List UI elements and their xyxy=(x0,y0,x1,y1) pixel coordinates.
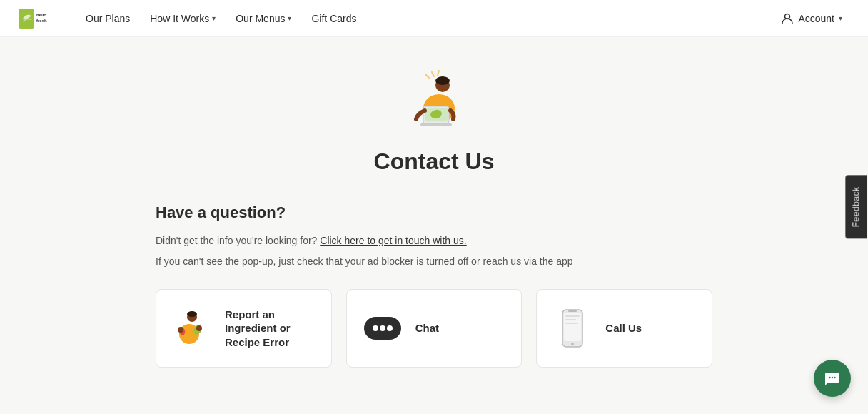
nav-our-plans[interactable]: Our Plans xyxy=(77,7,138,30)
nav-gift-cards-label: Gift Cards xyxy=(311,13,356,24)
svg-rect-14 xyxy=(420,123,452,126)
phone-icon xyxy=(551,307,594,350)
svg-point-26 xyxy=(387,325,393,331)
nav-how-it-works-label: How It Works xyxy=(150,13,209,24)
ingredient-error-icon xyxy=(171,307,213,350)
contact-link[interactable]: Click here to get in touch with us. xyxy=(320,235,466,246)
nav-gift-cards[interactable]: Gift Cards xyxy=(303,7,365,30)
page-title: Contact Us xyxy=(374,148,495,175)
svg-line-6 xyxy=(438,71,439,75)
section-text-2: If you can't see the pop-up, just check … xyxy=(156,254,712,269)
main-content: Contact Us Have a question? Didn't get t… xyxy=(0,37,868,396)
chat-card[interactable]: Chat xyxy=(346,289,523,368)
our-menus-chevron-icon: ▾ xyxy=(288,14,291,22)
call-us-card[interactable]: Call Us xyxy=(536,289,712,368)
hero-illustration xyxy=(391,66,477,137)
svg-point-34 xyxy=(829,377,830,378)
hellofresh-logo-icon: hello fresh xyxy=(17,6,54,31)
call-us-label: Call Us xyxy=(605,321,642,335)
section-heading: Have a question? xyxy=(156,203,712,222)
svg-point-24 xyxy=(373,325,378,331)
svg-point-16 xyxy=(187,311,197,317)
report-error-label: Report an Ingredient or Recipe Error xyxy=(225,308,317,350)
section-text-1: Didn't get the info you're looking for? … xyxy=(156,233,712,248)
text1-prefix: Didn't get the info you're looking for? xyxy=(156,235,320,246)
svg-text:hello: hello xyxy=(36,13,46,17)
svg-point-36 xyxy=(834,377,835,378)
nav-our-plans-label: Our Plans xyxy=(86,13,130,24)
nav-links: Our Plans How It Works ▾ Our Menus ▾ Gif… xyxy=(77,7,772,30)
chat-bubbles-icon xyxy=(363,311,403,345)
navbar-right: Account ▾ xyxy=(772,6,851,31)
phone-illustration-icon xyxy=(558,308,587,348)
svg-line-7 xyxy=(425,74,429,78)
svg-text:fresh: fresh xyxy=(36,19,47,23)
report-error-card[interactable]: Report an Ingredient or Recipe Error xyxy=(156,289,332,368)
chat-label: Chat xyxy=(415,321,439,335)
svg-rect-32 xyxy=(565,319,576,320)
nav-how-it-works[interactable]: How It Works ▾ xyxy=(141,7,224,30)
svg-point-21 xyxy=(196,325,202,331)
svg-rect-30 xyxy=(568,310,577,312)
navbar: hello fresh Our Plans How It Works ▾ Our… xyxy=(0,0,868,37)
nav-our-menus-label: Our Menus xyxy=(236,13,285,24)
svg-rect-31 xyxy=(565,315,580,317)
svg-rect-33 xyxy=(565,323,578,324)
logo[interactable]: hello fresh xyxy=(17,5,54,32)
account-label: Account xyxy=(798,13,834,24)
content-section: Have a question? Didn't get the info you… xyxy=(156,203,712,368)
contact-hero-illustration-icon xyxy=(402,69,466,133)
svg-line-5 xyxy=(432,72,434,76)
chat-fab-button[interactable] xyxy=(814,360,851,396)
svg-point-29 xyxy=(571,343,574,345)
cards-row: Report an Ingredient or Recipe Error Cha… xyxy=(156,289,712,368)
account-person-icon xyxy=(781,12,794,25)
chat-icon xyxy=(361,307,404,350)
svg-point-35 xyxy=(832,377,833,378)
account-button[interactable]: Account ▾ xyxy=(772,6,851,31)
chat-fab-message-icon xyxy=(824,370,841,387)
report-error-illustration-icon xyxy=(172,308,212,348)
svg-point-22 xyxy=(178,327,183,333)
how-it-works-chevron-icon: ▾ xyxy=(212,14,216,22)
nav-our-menus[interactable]: Our Menus ▾ xyxy=(227,7,300,30)
feedback-button[interactable]: Feedback xyxy=(846,176,867,239)
svg-point-9 xyxy=(435,76,450,85)
account-chevron-icon: ▾ xyxy=(839,14,842,22)
svg-point-25 xyxy=(380,325,385,331)
